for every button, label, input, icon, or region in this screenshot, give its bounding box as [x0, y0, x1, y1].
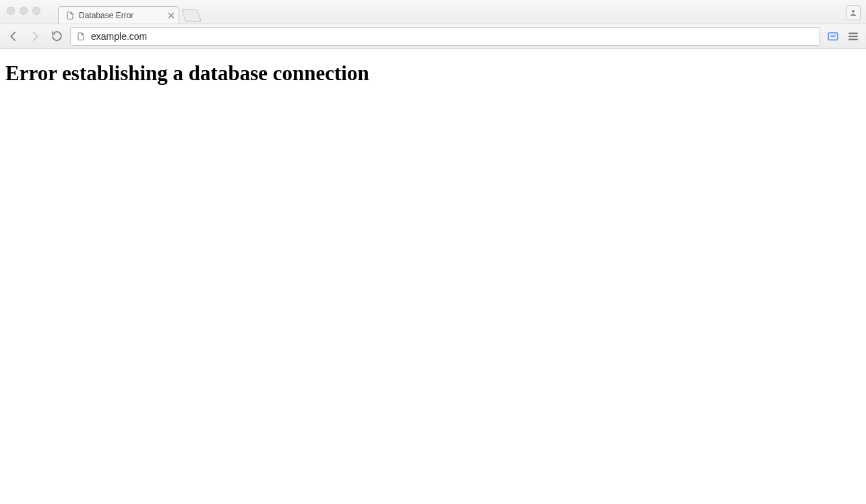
forward-button[interactable]	[27, 28, 43, 44]
page-icon	[65, 11, 75, 20]
window-titlebar: Database Error	[0, 0, 866, 24]
url-input[interactable]	[91, 28, 814, 45]
address-bar[interactable]	[70, 27, 820, 46]
svg-point-2	[852, 10, 855, 13]
reload-button[interactable]	[49, 28, 65, 44]
extension-button[interactable]	[826, 29, 840, 44]
profile-button[interactable]	[846, 5, 861, 20]
error-heading: Error establishing a database connection	[5, 61, 861, 86]
page-icon	[76, 32, 86, 41]
tab-title: Database Error	[79, 11, 164, 20]
page-content: Error establishing a database connection	[0, 49, 866, 98]
window-zoom-button[interactable]	[32, 7, 40, 15]
active-tab[interactable]: Database Error	[58, 6, 179, 24]
tab-strip: Database Error	[58, 0, 199, 24]
window-minimize-button[interactable]	[20, 7, 28, 15]
close-tab-button[interactable]	[168, 12, 175, 19]
browser-toolbar	[0, 24, 866, 49]
window-controls	[7, 7, 40, 15]
back-button[interactable]	[5, 28, 22, 44]
window-close-button[interactable]	[7, 7, 15, 15]
new-tab-button[interactable]	[181, 9, 202, 22]
menu-button[interactable]	[846, 29, 861, 44]
